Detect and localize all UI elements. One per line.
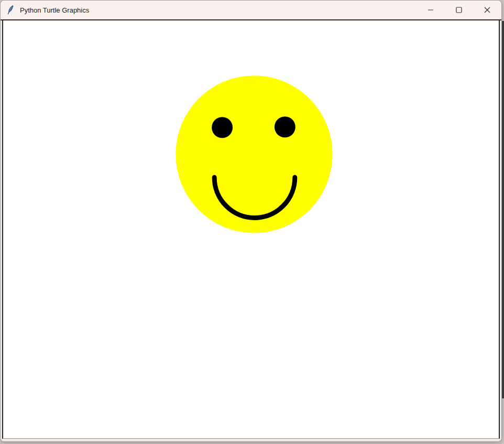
tk-feather-icon[interactable] (7, 5, 15, 15)
close-button[interactable] (473, 1, 501, 19)
minimize-icon (428, 7, 434, 13)
minimize-button[interactable] (417, 1, 445, 19)
face (176, 75, 332, 233)
maximize-button[interactable] (445, 1, 473, 19)
background-window-edge (502, 21, 504, 398)
left-eye (212, 117, 233, 138)
maximize-icon (456, 7, 462, 13)
window-title: Python Turtle Graphics (20, 6, 89, 14)
titlebar[interactable]: Python Turtle Graphics (1, 1, 501, 20)
right-eye (275, 116, 295, 137)
turtle-graphics-window: Python Turtle Graphics (0, 0, 502, 442)
close-icon (484, 7, 490, 13)
window-client-frame (1, 20, 501, 441)
smiley-face-drawing (3, 20, 499, 438)
turtle-canvas (2, 20, 500, 439)
window-controls (417, 1, 501, 19)
